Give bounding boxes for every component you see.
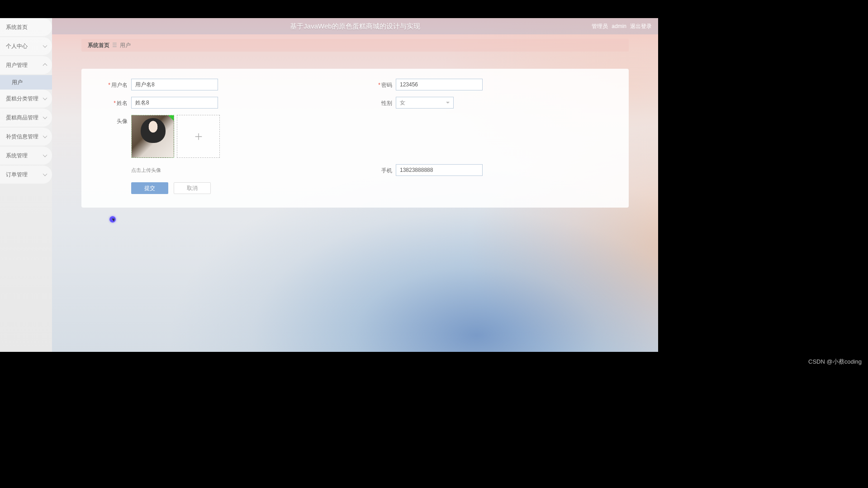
breadcrumb: 系统首页 ☰ 用户 xyxy=(81,39,629,52)
sidebar-subitem-user[interactable]: 用户 xyxy=(0,75,52,90)
avatar-upload-button[interactable] xyxy=(177,115,220,158)
sidebar-item-cake-goods[interactable]: 蛋糕商品管理 xyxy=(0,109,52,127)
breadcrumb-current: 用户 xyxy=(120,42,131,49)
label-realname: 姓名 xyxy=(81,99,131,107)
cancel-button[interactable]: 取消 xyxy=(174,182,211,194)
label-username: 用户名 xyxy=(81,81,131,89)
sidebar-item-cake-category[interactable]: 蛋糕分类管理 xyxy=(0,90,52,108)
header: 基于JavaWeb的原色蛋糕商城的设计与实现 管理员 admin 退出登录 xyxy=(52,18,658,34)
input-username[interactable] xyxy=(131,79,218,90)
sidebar-item-profile[interactable]: 个人中心 xyxy=(0,37,52,55)
sidebar-item-order[interactable]: 订单管理 xyxy=(0,166,52,184)
input-realname[interactable] xyxy=(131,97,218,109)
input-phone[interactable] xyxy=(396,164,483,176)
sidebar-item-system[interactable]: 系统管理 xyxy=(0,147,52,165)
form-card: 用户名 密码 姓名 xyxy=(81,69,629,208)
avatar-thumbnail[interactable] xyxy=(131,115,174,158)
label-password: 密码 xyxy=(355,81,396,89)
header-username[interactable]: admin xyxy=(612,23,626,29)
sidebar-item-home[interactable]: 系统首页 xyxy=(0,18,52,36)
sidebar: 系统首页 个人中心 用户管理 用户 蛋糕分类管理 蛋糕商品管理 补货信息管理 系… xyxy=(0,18,52,352)
plus-icon xyxy=(194,132,204,142)
label-phone: 手机 xyxy=(355,166,396,175)
cursor-indicator xyxy=(109,216,116,223)
watermark: CSDN @小蔡coding xyxy=(808,358,862,366)
label-gender: 性别 xyxy=(355,99,396,107)
header-role: 管理员 xyxy=(592,23,608,30)
page-title: 基于JavaWeb的原色蛋糕商城的设计与实现 xyxy=(290,22,420,31)
sidebar-item-restock[interactable]: 补货信息管理 xyxy=(0,128,52,146)
input-password[interactable] xyxy=(396,79,483,90)
breadcrumb-home[interactable]: 系统首页 xyxy=(88,42,109,49)
upload-hint: 点击上传头像 xyxy=(131,167,161,174)
breadcrumb-sep: ☰ xyxy=(112,42,117,48)
select-gender[interactable]: 女 xyxy=(396,97,454,109)
logout-link[interactable]: 退出登录 xyxy=(630,23,652,30)
label-avatar: 头像 xyxy=(81,115,131,125)
sidebar-item-user-mgmt[interactable]: 用户管理 xyxy=(0,56,52,74)
submit-button[interactable]: 提交 xyxy=(131,182,168,194)
